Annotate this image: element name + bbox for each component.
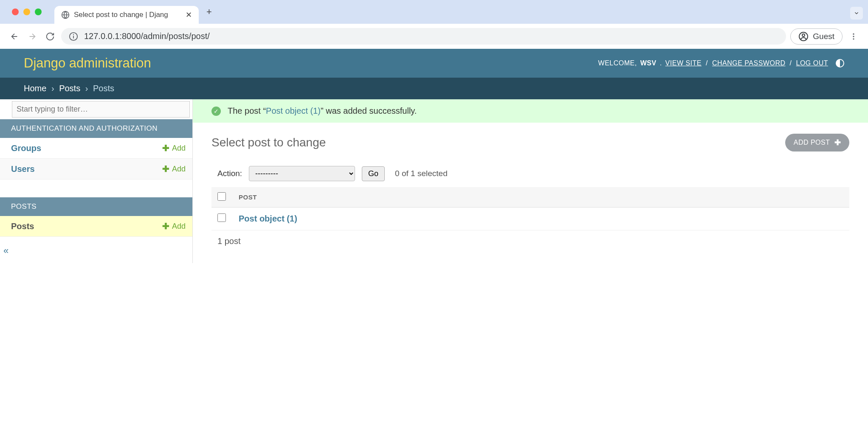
- selection-count: 0 of 1 selected: [395, 169, 448, 178]
- globe-icon: [61, 11, 70, 19]
- plus-icon: ✚: [162, 164, 169, 174]
- page-title: Select post to change: [211, 136, 326, 149]
- window-close-button[interactable]: [12, 8, 19, 15]
- tab-bar: Select post to change | Djang ✕ +: [0, 0, 868, 24]
- close-icon[interactable]: ✕: [186, 10, 192, 20]
- message-object-link[interactable]: Post object (1): [266, 106, 321, 115]
- change-password-link[interactable]: CHANGE PASSWORD: [712, 59, 786, 67]
- svg-point-3: [73, 34, 74, 35]
- profile-chip[interactable]: Guest: [790, 28, 843, 45]
- go-button[interactable]: Go: [362, 166, 385, 181]
- url-bar: 127.0.0.1:8000/admin/posts/post/ Guest: [0, 24, 868, 49]
- arrow-right-icon: [28, 32, 37, 41]
- person-icon: [798, 31, 809, 42]
- welcome-text: WELCOME,: [598, 59, 637, 67]
- sidebar-add-link[interactable]: ✚Add: [162, 143, 186, 153]
- new-tab-button[interactable]: +: [206, 6, 212, 17]
- reload-button[interactable]: [43, 30, 57, 43]
- profile-label: Guest: [813, 32, 834, 41]
- breadcrumb-current: Posts: [93, 84, 114, 93]
- django-header: Django administration WELCOME, WSV. VIEW…: [0, 49, 868, 78]
- sidebar-add-link[interactable]: ✚Add: [162, 164, 186, 174]
- chevron-down-icon: [854, 10, 860, 16]
- window-minimize-button[interactable]: [23, 8, 30, 15]
- sidebar-section-heading: POSTS: [0, 197, 192, 216]
- sidebar-item-users: Users ✚Add: [0, 159, 192, 180]
- plus-icon: ✚: [162, 221, 169, 231]
- theme-toggle-icon[interactable]: [836, 59, 844, 67]
- view-site-link[interactable]: VIEW SITE: [665, 59, 702, 67]
- action-select[interactable]: ---------: [249, 166, 355, 181]
- row-link[interactable]: Post object (1): [239, 214, 297, 223]
- browser-tab[interactable]: Select post to change | Djang ✕: [54, 6, 199, 24]
- plus-icon: ✚: [162, 143, 169, 153]
- main: AUTHENTICATION AND AUTHORIZATION Groups …: [0, 99, 868, 263]
- success-message: ✓ The post “Post object (1)” was added s…: [193, 99, 868, 123]
- sidebar-item-label[interactable]: Users: [11, 164, 35, 174]
- user-tools: WELCOME, WSV. VIEW SITE / CHANGE PASSWOR…: [598, 59, 844, 67]
- dots-vertical-icon: [849, 32, 858, 41]
- info-icon: [69, 32, 78, 41]
- window-maximize-button[interactable]: [35, 8, 42, 15]
- sidebar-section-heading: AUTHENTICATION AND AUTHORIZATION: [0, 119, 192, 138]
- result-table: POST Post object (1): [211, 187, 849, 230]
- table-row: Post object (1): [211, 208, 849, 230]
- sidebar-item-label[interactable]: Posts: [11, 222, 34, 231]
- breadcrumb: Home › Posts › Posts: [0, 78, 868, 99]
- sidebar-filter-input[interactable]: [12, 101, 190, 118]
- browser-chrome: Select post to change | Djang ✕ + 127.0.…: [0, 0, 868, 49]
- arrow-left-icon: [10, 32, 19, 41]
- sidebar-item-groups: Groups ✚Add: [0, 138, 192, 159]
- tabs-dropdown-button[interactable]: [850, 7, 863, 20]
- traffic-lights: [12, 8, 42, 15]
- actions-bar: Action: --------- Go 0 of 1 selected: [211, 166, 849, 181]
- message-suffix: ” was added successfully.: [321, 106, 417, 115]
- column-header[interactable]: POST: [233, 187, 849, 208]
- forward-button[interactable]: [25, 30, 39, 43]
- browser-menu-button[interactable]: [847, 32, 860, 41]
- sidebar: AUTHENTICATION AND AUTHORIZATION Groups …: [0, 99, 193, 263]
- check-icon: ✓: [211, 107, 221, 116]
- sidebar-item-label[interactable]: Groups: [11, 143, 41, 153]
- log-out-link[interactable]: LOG OUT: [796, 59, 828, 67]
- svg-point-5: [802, 34, 805, 36]
- add-post-button[interactable]: ADD POST ✚: [785, 134, 849, 151]
- site-title[interactable]: Django administration: [24, 56, 151, 71]
- action-label: Action:: [217, 169, 242, 178]
- svg-point-8: [853, 38, 854, 39]
- sidebar-collapse-button[interactable]: «: [3, 245, 8, 256]
- result-count: 1 post: [211, 230, 849, 252]
- sidebar-item-posts: Posts ✚Add: [0, 216, 192, 237]
- sidebar-add-link[interactable]: ✚Add: [162, 221, 186, 231]
- reload-icon: [45, 32, 55, 41]
- username: WSV: [640, 59, 657, 67]
- breadcrumb-section[interactable]: Posts: [59, 84, 80, 93]
- svg-point-6: [853, 33, 854, 34]
- select-all-checkbox[interactable]: [217, 192, 226, 201]
- breadcrumb-home[interactable]: Home: [24, 84, 46, 93]
- address-bar[interactable]: 127.0.0.1:8000/admin/posts/post/: [61, 28, 786, 45]
- message-prefix: The post “: [228, 106, 266, 115]
- row-checkbox[interactable]: [217, 213, 226, 222]
- back-button[interactable]: [8, 30, 21, 43]
- content: ✓ The post “Post object (1)” was added s…: [193, 99, 868, 263]
- svg-point-7: [853, 36, 854, 37]
- plus-icon: ✚: [834, 138, 841, 147]
- url-text: 127.0.0.1:8000/admin/posts/post/: [84, 31, 210, 41]
- tab-title: Select post to change | Djang: [74, 11, 168, 19]
